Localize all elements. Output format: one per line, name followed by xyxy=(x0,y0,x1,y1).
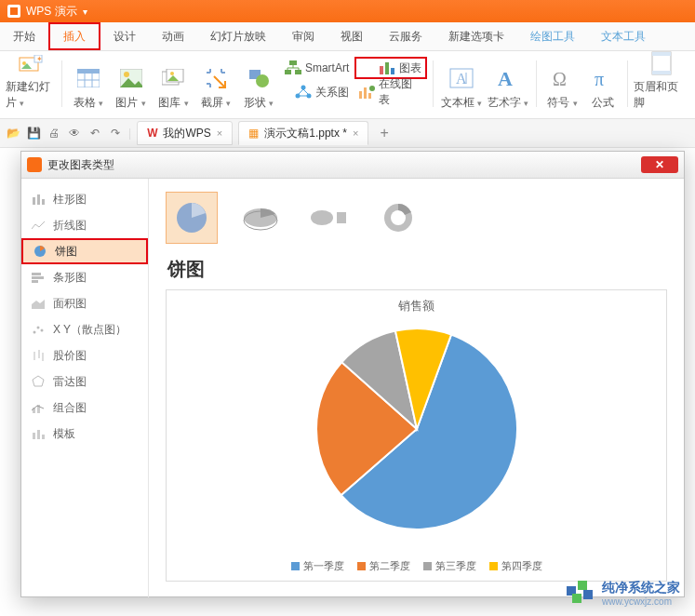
menu-tab-drawtools[interactable]: 绘图工具 xyxy=(517,22,588,50)
ribbon: ✦ 新建幻灯片 ▾ 表格 ▾ 图片 ▾ 图库 ▾ 截屏 ▾ 形状 ▾ Smart… xyxy=(0,51,695,119)
legend-item: 第二季度 xyxy=(357,559,410,573)
gallery-button[interactable]: 图库 ▾ xyxy=(153,55,194,111)
picture-button[interactable]: 图片 ▾ xyxy=(111,55,152,111)
svg-rect-38 xyxy=(33,197,35,205)
category-template[interactable]: 模板 xyxy=(21,421,148,447)
svg-rect-61 xyxy=(337,212,346,223)
dialog-app-icon xyxy=(27,157,42,172)
menu-tab-custom[interactable]: 新建选项卡 xyxy=(435,22,517,50)
svg-point-45 xyxy=(33,331,36,334)
subtype-pie3d[interactable] xyxy=(234,192,287,244)
textbox-button[interactable]: A 文本框 ▾ xyxy=(439,55,484,111)
screenshot-icon xyxy=(203,65,229,91)
table-icon xyxy=(75,65,101,91)
watermark-name: 纯净系统之家 xyxy=(602,580,680,595)
new-tab-button[interactable]: + xyxy=(374,125,394,141)
menu-tab-cloud[interactable]: 云服务 xyxy=(376,22,435,50)
subtype-pie-of-pie[interactable] xyxy=(303,192,355,244)
undo-icon[interactable]: ↶ xyxy=(87,126,102,141)
svg-point-19 xyxy=(301,86,306,90)
print-preview-icon[interactable]: 👁 xyxy=(67,126,82,141)
header-footer-icon xyxy=(648,51,675,75)
svg-rect-56 xyxy=(42,435,45,439)
menu-tab-review[interactable]: 审阅 xyxy=(279,22,327,50)
tab-my-wps[interactable]: W 我的WPS × xyxy=(137,121,233,145)
watermark-logo-icon xyxy=(567,581,595,607)
chart-legend: 第一季度第二季度第三季度第四季度 xyxy=(167,559,666,573)
picture-icon xyxy=(118,65,144,91)
app-titlebar: WPS 演示 ▾ xyxy=(0,0,695,22)
svg-rect-55 xyxy=(37,430,40,439)
chart-preview: 销售额 第一季度第二季度第三季度第四季度 xyxy=(166,289,667,582)
table-button[interactable]: 表格 ▾ xyxy=(68,55,109,111)
svg-rect-43 xyxy=(32,276,44,279)
wordart-button[interactable]: A 艺术字 ▾ xyxy=(486,55,530,111)
svg-rect-18 xyxy=(295,70,301,74)
header-footer-button[interactable]: 页眉和页脚 xyxy=(634,55,689,111)
menu-tab-texttools[interactable]: 文本工具 xyxy=(588,22,659,50)
column-chart-icon xyxy=(31,192,46,207)
close-icon[interactable]: × xyxy=(353,127,358,139)
menu-tab-slideshow[interactable]: 幻灯片放映 xyxy=(197,22,279,50)
screenshot-button[interactable]: 截屏 ▾ xyxy=(195,55,236,111)
pptx-file-icon: ▦ xyxy=(248,127,259,140)
wordart-icon: A xyxy=(495,65,521,91)
symbol-button[interactable]: Ω 符号 ▾ xyxy=(542,55,583,111)
relation-button[interactable]: 关系图 xyxy=(281,81,353,103)
menu-tab-view[interactable]: 视图 xyxy=(327,22,376,50)
svg-rect-67 xyxy=(583,590,593,599)
redo-icon[interactable]: ↷ xyxy=(108,126,123,141)
subtype-pie[interactable] xyxy=(166,192,218,244)
chart-title: 销售额 xyxy=(167,290,666,315)
svg-rect-24 xyxy=(391,68,394,74)
menu-tab-animation[interactable]: 动画 xyxy=(149,22,197,50)
subtype-doughnut[interactable] xyxy=(372,192,424,244)
svg-point-13 xyxy=(170,72,174,75)
open-icon[interactable]: 📂 xyxy=(6,126,20,141)
new-slide-icon: ✦ xyxy=(18,55,44,75)
svg-point-21 xyxy=(307,94,312,99)
svg-rect-65 xyxy=(578,581,587,590)
svg-rect-23 xyxy=(385,62,389,74)
online-chart-button[interactable]: 在线图表 xyxy=(354,81,427,103)
menu-tab-start[interactable]: 开始 xyxy=(0,22,48,50)
app-dropdown-icon[interactable]: ▾ xyxy=(83,7,87,17)
category-bar[interactable]: 条形图 xyxy=(21,264,148,290)
chart-icon xyxy=(379,60,395,75)
chart-category-list: 柱形图 折线图 饼图 条形图 面积图 X Y（散点图） 股价图 雷达图 组合图 … xyxy=(21,179,149,597)
tab-file[interactable]: ▦ 演示文稿1.pptx * × xyxy=(238,121,368,145)
stock-chart-icon xyxy=(31,348,46,363)
shapes-icon xyxy=(246,65,272,91)
smartart-button[interactable]: SmartArt xyxy=(281,57,353,79)
close-icon[interactable]: × xyxy=(217,127,222,139)
print-icon[interactable]: 🖨 xyxy=(47,126,61,141)
shapes-button[interactable]: 形状 ▾ xyxy=(238,55,279,111)
svg-text:Ω: Ω xyxy=(553,69,567,88)
textbox-icon: A xyxy=(448,65,474,91)
category-pie[interactable]: 饼图 xyxy=(21,238,148,264)
symbol-icon: Ω xyxy=(549,65,575,91)
category-column[interactable]: 柱形图 xyxy=(21,186,148,212)
equation-button[interactable]: π 公式 xyxy=(584,55,621,111)
menu-tab-design[interactable]: 设计 xyxy=(100,22,149,50)
line-chart-icon xyxy=(31,218,46,233)
save-icon[interactable]: 💾 xyxy=(26,126,41,141)
category-line[interactable]: 折线图 xyxy=(21,212,148,238)
svg-point-1 xyxy=(22,61,26,65)
dialog-close-button[interactable]: ✕ xyxy=(641,156,678,173)
tab-label: 我的WPS xyxy=(163,126,210,141)
svg-rect-17 xyxy=(285,70,291,74)
category-area[interactable]: 面积图 xyxy=(21,290,148,316)
legend-item: 第三季度 xyxy=(423,559,476,573)
new-slide-button[interactable]: ✦ 新建幻灯片 ▾ xyxy=(6,55,56,111)
watermark: 纯净系统之家 www.ycwxjz.com xyxy=(567,580,680,607)
category-radar[interactable]: 雷达图 xyxy=(21,368,148,395)
category-stock[interactable]: 股价图 xyxy=(21,342,148,368)
svg-rect-5 xyxy=(77,69,100,74)
bar-chart-icon xyxy=(31,270,46,285)
dialog-titlebar: 更改图表类型 ✕ xyxy=(21,152,684,179)
category-combo[interactable]: 组合图 xyxy=(21,395,148,421)
category-scatter[interactable]: X Y（散点图） xyxy=(21,316,148,342)
menu-tab-insert[interactable]: 插入 xyxy=(48,22,100,50)
dialog-title: 更改图表类型 xyxy=(47,157,114,173)
